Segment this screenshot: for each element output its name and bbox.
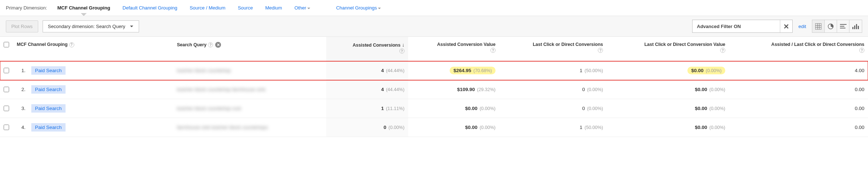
primary-dimension-bar: Primary Dimension: MCF Channel Grouping … <box>0 0 868 16</box>
row-index: 1. <box>17 68 25 73</box>
cell-last-click-conversion-value: $0.00(0.00%) <box>607 61 729 80</box>
header-search-query[interactable]: Search Query?✕ <box>173 37 326 61</box>
help-icon[interactable]: ? <box>490 48 496 53</box>
select-all-checkbox[interactable] <box>4 42 9 47</box>
channel-chip[interactable]: Paid Search <box>31 104 66 113</box>
cell-assisted-conversions: 4(44.44%) <box>326 61 408 80</box>
table-row: 3.Paid Searchbutcher block countertop co… <box>0 99 868 118</box>
advanced-filter-input[interactable] <box>693 21 780 32</box>
header-checkbox <box>0 37 13 61</box>
help-icon[interactable]: ? <box>720 48 725 53</box>
header-dimension[interactable]: MCF Channel Grouping? <box>13 37 173 61</box>
cell-last-click-conversions: 0(0.00%) <box>499 99 607 118</box>
header-assisted-conversions[interactable]: Assisted Conversions↓? <box>326 37 408 61</box>
caret-down-icon <box>378 7 381 10</box>
help-icon[interactable]: ? <box>598 48 603 53</box>
cell-last-click-conversions: 0(0.00%) <box>499 80 607 99</box>
cell-ratio: 0.00 <box>729 118 868 137</box>
svg-rect-0 <box>815 23 821 30</box>
close-icon <box>784 24 789 29</box>
sort-down-icon: ↓ <box>402 42 405 48</box>
tab-default-channel-grouping[interactable]: Default Channel Grouping <box>118 3 182 13</box>
comparison-icon <box>852 23 859 29</box>
tab-source-medium[interactable]: Source / Medium <box>185 3 230 13</box>
bars-icon <box>840 24 847 28</box>
help-icon[interactable]: ? <box>399 48 405 54</box>
cell-ratio: 0.00 <box>729 99 868 118</box>
table-icon <box>815 23 821 30</box>
secondary-dimension-label: Secondary dimension: Search Query <box>48 24 125 29</box>
row-index: 4. <box>17 125 25 130</box>
view-pie-button[interactable] <box>825 20 837 32</box>
row-checkbox[interactable] <box>4 125 9 130</box>
row-checkbox[interactable] <box>4 87 9 92</box>
cell-assisted-conversions: 4(44.44%) <box>326 80 408 99</box>
caret-down-icon <box>130 24 134 28</box>
row-index: 3. <box>17 106 25 111</box>
tab-other[interactable]: Other <box>289 3 316 13</box>
cell-last-click-conversions: 1(50.00%) <box>499 61 607 80</box>
clear-filter-button[interactable] <box>780 20 792 32</box>
data-table: MCF Channel Grouping? Search Query?✕ Ass… <box>0 37 868 137</box>
tab-source[interactable]: Source <box>233 3 258 13</box>
search-query-value: butcher block countertop farmhouse sink <box>177 87 265 92</box>
tab-medium[interactable]: Medium <box>260 3 287 13</box>
header-assisted-conversion-value[interactable]: Assisted Conversion Value? <box>408 37 499 61</box>
search-query-value: farmhouse sink butcher block countertops <box>177 125 268 130</box>
help-icon[interactable]: ? <box>69 42 74 47</box>
remove-dimension-button[interactable]: ✕ <box>215 42 221 48</box>
view-table-button[interactable] <box>812 20 825 32</box>
cell-ratio: 0.00 <box>729 80 868 99</box>
cell-assisted-conversions: 0(0.00%) <box>326 118 408 137</box>
search-query-value: butcher block countertop <box>177 68 231 73</box>
header-ratio[interactable]: Assisted / Last Click or Direct Conversi… <box>729 37 868 61</box>
cell-assisted-conversion-value: $109.90(29.32%) <box>408 80 499 99</box>
tab-mcf-channel-grouping[interactable]: MCF Channel Grouping <box>52 3 115 13</box>
row-checkbox[interactable] <box>4 106 9 111</box>
help-icon[interactable]: ? <box>859 48 864 53</box>
cell-ratio: 4.00 <box>729 61 868 80</box>
toolbar: Plot Rows Secondary dimension: Search Qu… <box>0 16 868 37</box>
view-comparison-button[interactable] <box>849 20 862 32</box>
table-header-row: MCF Channel Grouping? Search Query?✕ Ass… <box>0 37 868 61</box>
cell-last-click-conversions: 1(50.00%) <box>499 118 607 137</box>
cell-assisted-conversions: 1(11.11%) <box>326 99 408 118</box>
edit-filter-link[interactable]: edit <box>798 24 806 29</box>
channel-chip[interactable]: Paid Search <box>31 85 66 94</box>
header-last-click-conversion-value[interactable]: Last Click or Direct Conversion Value? <box>607 37 729 61</box>
cell-assisted-conversion-value: $264.95(70.68%) <box>408 61 499 80</box>
table-row: 2.Paid Searchbutcher block countertop fa… <box>0 80 868 99</box>
advanced-filter-box <box>692 20 793 33</box>
row-index: 2. <box>17 87 25 92</box>
pie-icon <box>828 23 834 30</box>
plot-rows-button[interactable]: Plot Rows <box>6 20 38 32</box>
view-bars-button[interactable] <box>837 20 849 32</box>
help-icon[interactable]: ? <box>208 42 213 47</box>
table-row: 4.Paid Searchfarmhouse sink butcher bloc… <box>0 118 868 137</box>
header-last-click-conversions[interactable]: Last Click or Direct Conversions? <box>499 37 607 61</box>
secondary-dimension-select[interactable]: Secondary dimension: Search Query <box>43 20 139 32</box>
cell-last-click-conversion-value: $0.00(0.00%) <box>607 118 729 137</box>
primary-dimension-label: Primary Dimension: <box>6 5 47 11</box>
cell-assisted-conversion-value: $0.00(0.00%) <box>408 99 499 118</box>
row-checkbox[interactable] <box>4 68 9 73</box>
tab-channel-groupings[interactable]: Channel Groupings <box>331 3 386 13</box>
table-row: 1.Paid Searchbutcher block countertop4(4… <box>0 61 868 80</box>
cell-last-click-conversion-value: $0.00(0.00%) <box>607 99 729 118</box>
caret-down-icon <box>307 7 311 10</box>
view-mode-group <box>812 20 862 33</box>
channel-chip[interactable]: Paid Search <box>31 123 66 132</box>
channel-chip[interactable]: Paid Search <box>31 66 66 75</box>
cell-last-click-conversion-value: $0.00(0.00%) <box>607 80 729 99</box>
search-query-value: butcher block countertop cost <box>177 106 241 111</box>
cell-assisted-conversion-value: $0.00(0.00%) <box>408 118 499 137</box>
